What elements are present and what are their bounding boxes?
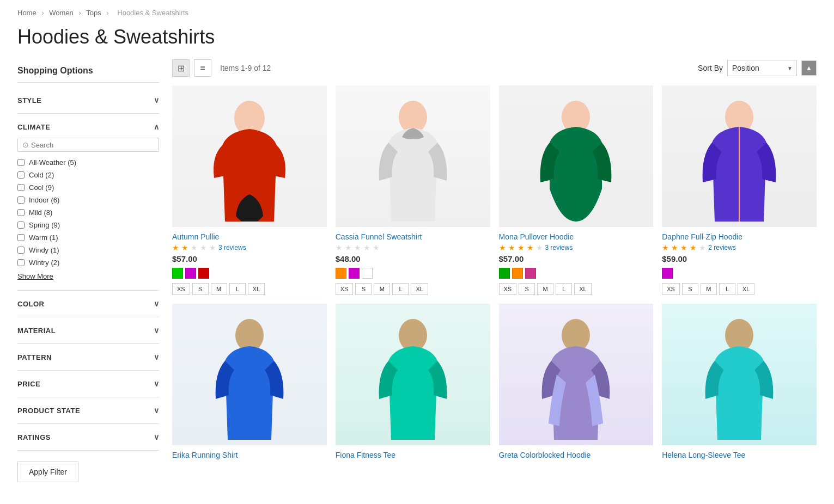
grid-icon: ⊞ — [178, 63, 185, 73]
star-4: ★ — [363, 243, 370, 252]
show-more-climate[interactable]: Show More — [17, 269, 159, 284]
climate-checkbox-windy[interactable] — [17, 247, 25, 254]
climate-checkbox-wintry[interactable] — [17, 259, 25, 266]
review-link-mona[interactable]: 3 reviews — [545, 244, 573, 251]
size-m-autumn[interactable]: M — [211, 283, 227, 295]
size-xl-autumn[interactable]: XL — [248, 283, 265, 295]
climate-checkbox-mild[interactable] — [17, 209, 25, 216]
product-name-6[interactable]: Fiona Fitness Tee — [336, 451, 490, 459]
climate-checkbox-spring[interactable] — [17, 222, 25, 229]
product-name-5[interactable]: Erika Running Shirt — [172, 451, 327, 459]
ratings-chevron-icon: ∨ — [154, 433, 160, 441]
review-link-autumn-pullie[interactable]: 3 reviews — [218, 244, 246, 251]
size-s-daphne[interactable]: S — [682, 283, 698, 295]
filter-pattern-toggle[interactable]: PATTERN ∨ — [17, 351, 159, 364]
sort-select[interactable]: Position Product Name Price — [727, 60, 797, 76]
size-s-mona[interactable]: S — [519, 283, 535, 295]
sidebar: Shopping Options STYLE ∨ CLIMATE ∧ ⊙ All… — [17, 59, 159, 482]
star-3: ★ — [518, 243, 525, 252]
product-name-8[interactable]: Helena Long-Sleeve Tee — [662, 451, 817, 459]
grid-view-button[interactable]: ⊞ — [172, 59, 190, 77]
swatch-red-autumn[interactable] — [198, 268, 209, 279]
climate-option-windy[interactable]: Windy (1) — [17, 244, 159, 256]
review-link-daphne[interactable]: 2 reviews — [708, 244, 736, 251]
size-xs-daphne[interactable]: XS — [662, 283, 680, 295]
product-image-mona — [499, 85, 654, 227]
product-name-daphne[interactable]: Daphne Full-Zip Hoodie — [662, 232, 817, 241]
size-l-cassia[interactable]: L — [392, 283, 409, 295]
breadcrumb-home[interactable]: Home — [17, 9, 36, 17]
climate-checkbox-cool[interactable] — [17, 184, 25, 191]
swatch-orange-mona[interactable] — [512, 268, 523, 279]
filter-product-state-label: PRODUCT STATE — [17, 407, 80, 415]
filter-style-toggle[interactable]: STYLE ∨ — [17, 94, 159, 107]
climate-option-indoor[interactable]: Indoor (6) — [17, 194, 159, 206]
filter-price-toggle[interactable]: PRICE ∨ — [17, 377, 159, 390]
filter-ratings-toggle[interactable]: RATINGS ∨ — [17, 431, 159, 444]
climate-option-warm[interactable]: Warm (1) — [17, 231, 159, 244]
size-xs-cassia[interactable]: XS — [336, 283, 354, 295]
swatch-white-cassia[interactable] — [362, 268, 373, 279]
climate-checkbox-warm[interactable] — [17, 234, 25, 241]
swatch-green-mona[interactable] — [499, 268, 510, 279]
swatches-cassia — [336, 268, 490, 279]
size-l-autumn[interactable]: L — [229, 283, 246, 295]
size-xs-autumn[interactable]: XS — [172, 283, 190, 295]
climate-option-cool[interactable]: Cool (9) — [17, 181, 159, 194]
size-xl-daphne[interactable]: XL — [738, 283, 754, 295]
climate-option-wintry[interactable]: Wintry (2) — [17, 256, 159, 269]
breadcrumb-sep-1: › — [41, 9, 44, 17]
filter-color-toggle[interactable]: COLOR ∨ — [17, 297, 159, 310]
climate-checkbox-indoor[interactable] — [17, 196, 25, 204]
main-content: ⊞ ≡ Items 1-9 of 12 Sort By Position Pro… — [172, 59, 817, 482]
swatch-orange-cassia[interactable] — [336, 268, 346, 279]
filter-climate-section: CLIMATE ∧ ⊙ All-Weather (5) Cold (2) Coo… — [17, 114, 159, 291]
size-m-mona[interactable]: M — [537, 283, 553, 295]
swatch-pink-mona[interactable] — [525, 268, 536, 279]
size-l-daphne[interactable]: L — [719, 283, 735, 295]
swatch-magenta-autumn[interactable] — [185, 268, 196, 279]
shopping-options-heading: Shopping Options — [17, 59, 159, 83]
product-name-mona[interactable]: Mona Pullover Hoodie — [499, 232, 654, 241]
size-xl-cassia[interactable]: XL — [411, 283, 428, 295]
star-2: ★ — [671, 243, 678, 252]
climate-checkbox-cold[interactable] — [17, 171, 25, 179]
product-name-7[interactable]: Greta Colorblocked Hoodie — [499, 451, 654, 459]
climate-chevron-icon: ∧ — [154, 122, 160, 131]
filter-product-state-toggle[interactable]: PRODUCT STATE ∨ — [17, 404, 159, 417]
size-s-autumn[interactable]: S — [192, 283, 209, 295]
filter-color-section: COLOR ∨ — [17, 291, 159, 317]
filter-price-section: PRICE ∨ — [17, 371, 159, 397]
size-xl-mona[interactable]: XL — [574, 283, 591, 295]
product-figure-5 — [206, 309, 293, 440]
apply-filter-button[interactable]: Apply Filter — [17, 462, 78, 482]
product-image-5 — [172, 304, 327, 445]
swatch-magenta-daphne[interactable] — [662, 268, 673, 279]
size-l-mona[interactable]: L — [556, 283, 572, 295]
product-name-autumn-pullie[interactable]: Autumn Pullie — [172, 232, 327, 241]
sizes-autumn-pullie: XS S M L XL — [172, 283, 327, 295]
climate-checkbox-all-weather[interactable] — [17, 159, 25, 166]
filter-material-toggle[interactable]: MATERIAL ∨ — [17, 324, 159, 337]
filter-climate-toggle[interactable]: CLIMATE ∧ — [17, 120, 159, 133]
star-5: ★ — [373, 243, 380, 252]
climate-option-spring[interactable]: Spring (9) — [17, 219, 159, 231]
breadcrumb-tops[interactable]: Tops — [86, 9, 101, 17]
size-m-daphne[interactable]: M — [701, 283, 717, 295]
size-m-cassia[interactable]: M — [374, 283, 390, 295]
size-xs-mona[interactable]: XS — [499, 283, 517, 295]
product-figure-cassia — [369, 91, 456, 222]
swatch-magenta-cassia[interactable] — [349, 268, 360, 279]
product-figure-6 — [369, 309, 456, 440]
breadcrumb-women[interactable]: Women — [49, 9, 74, 17]
list-view-button[interactable]: ≡ — [194, 59, 211, 77]
product-name-cassia[interactable]: Cassia Funnel Sweatshirt — [336, 232, 490, 241]
climate-option-mild[interactable]: Mild (8) — [17, 206, 159, 219]
sort-direction-button[interactable]: ▲ — [801, 60, 817, 76]
climate-search-input[interactable] — [31, 141, 154, 149]
climate-option-cold[interactable]: Cold (2) — [17, 169, 159, 181]
swatch-green-autumn[interactable] — [172, 268, 183, 279]
price-cassia: $48.00 — [336, 254, 490, 263]
climate-option-all-weather[interactable]: All-Weather (5) — [17, 156, 159, 169]
size-s-cassia[interactable]: S — [355, 283, 372, 295]
